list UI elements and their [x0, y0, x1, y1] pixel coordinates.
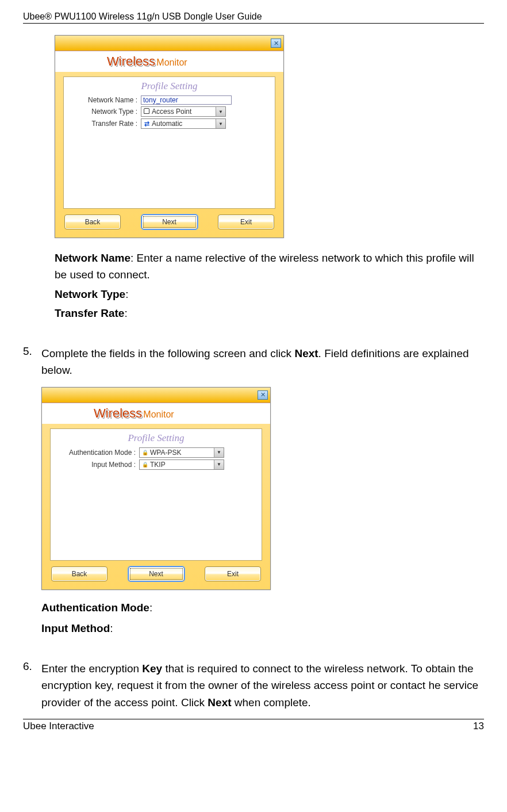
auth-mode-label: Authentication Mode :	[56, 449, 139, 457]
network-name-definition: Network Name: Enter a name relective of …	[55, 250, 484, 284]
logo-text-big: Wireless	[107, 54, 155, 69]
lock-icon: 🔒	[141, 461, 148, 468]
logo-text-small: Monitor	[143, 409, 174, 420]
step-number-6: 6.	[23, 660, 41, 713]
dialog-titlebar: ✕	[55, 36, 283, 51]
exit-button[interactable]: Exit	[205, 566, 261, 581]
close-icon[interactable]: ✕	[271, 39, 281, 48]
next-button[interactable]: Next	[141, 215, 198, 229]
app-logo: WirelessMonitor	[55, 51, 283, 72]
profile-setting-dialog-1: ✕ WirelessMonitor Profile Setting Networ…	[55, 35, 284, 238]
auth-mode-definition: Authentication Mode:	[41, 602, 484, 614]
dialog-titlebar: ✕	[42, 388, 270, 403]
dropdown-value: TKIP	[150, 461, 166, 469]
chevron-down-icon: ▼	[216, 107, 225, 116]
network-type-definition: Network Type:	[55, 286, 484, 302]
step-number-5: 5.	[23, 345, 41, 637]
chevron-down-icon: ▼	[216, 119, 225, 128]
transfer-rate-definition: Transfer Rate:	[55, 305, 484, 321]
access-point-icon	[143, 108, 150, 115]
back-button[interactable]: Back	[64, 215, 121, 229]
page-header: Ubee® PWU1100 Wireless 11g/n USB Dongle …	[23, 12, 484, 24]
page-number: 13	[473, 721, 484, 732]
profile-setting-dialog-2: ✕ WirelessMonitor Profile Setting Authen…	[41, 387, 271, 590]
logo-text-big: Wireless	[94, 406, 142, 421]
auth-mode-dropdown[interactable]: 🔒 WPA-PSK ▼	[139, 447, 224, 458]
panel-title: Profile Setting	[56, 432, 256, 444]
input-method-definition: Input Method:	[41, 622, 484, 635]
exit-button[interactable]: Exit	[218, 215, 274, 229]
next-button[interactable]: Next	[128, 566, 185, 581]
app-logo: WirelessMonitor	[42, 403, 270, 424]
step-5-text: Complete the fields in the following scr…	[41, 345, 484, 379]
dropdown-value: WPA-PSK	[150, 449, 181, 457]
input-method-dropdown[interactable]: 🔒 TKIP ▼	[139, 459, 224, 470]
rate-icon: ⇄	[143, 120, 150, 127]
dropdown-value: Automatic	[152, 120, 182, 128]
footer-left: Ubee Interactive	[23, 721, 94, 732]
dropdown-value: Access Point	[152, 108, 191, 116]
input-method-label: Input Method :	[56, 461, 139, 469]
transfer-rate-label: Transfer Rate :	[70, 120, 141, 128]
lock-icon: 🔒	[141, 449, 148, 456]
logo-text-small: Monitor	[156, 58, 187, 68]
network-type-label: Network Type :	[70, 108, 141, 116]
network-type-dropdown[interactable]: Access Point ▼	[141, 106, 226, 117]
network-name-label: Network Name :	[70, 96, 141, 104]
close-icon[interactable]: ✕	[258, 390, 268, 400]
transfer-rate-dropdown[interactable]: ⇄ Automatic ▼	[141, 118, 226, 129]
chevron-down-icon: ▼	[214, 460, 224, 469]
chevron-down-icon: ▼	[214, 448, 224, 457]
panel-title: Profile Setting	[70, 81, 269, 92]
network-name-input[interactable]	[141, 95, 232, 105]
back-button[interactable]: Back	[51, 566, 107, 581]
step-6-text: Enter the encryption Key that is require…	[41, 660, 484, 711]
